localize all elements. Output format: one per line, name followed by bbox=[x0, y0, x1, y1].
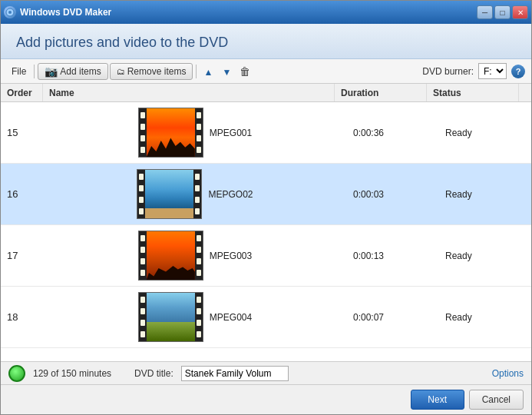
film-hole bbox=[195, 185, 200, 191]
film-hole bbox=[139, 185, 144, 191]
film-hole bbox=[195, 174, 200, 180]
row-status-4: Ready bbox=[439, 307, 531, 327]
maximize-button[interactable]: □ bbox=[494, 5, 511, 19]
film-hole bbox=[197, 331, 201, 337]
film-hole bbox=[197, 258, 201, 264]
row-name-3: MPEG003 bbox=[210, 251, 252, 261]
disc-icon bbox=[8, 365, 25, 382]
film-image-4 bbox=[147, 293, 195, 341]
main-window: Windows DVD Maker ─ □ ✕ Add pictures and… bbox=[0, 0, 532, 415]
film-holes-left-3 bbox=[139, 231, 147, 280]
film-hole bbox=[197, 320, 201, 326]
film-hole bbox=[139, 208, 144, 214]
dvd-burner-label: DVD burner: bbox=[422, 66, 474, 77]
row-thumbnail-cell-4: MPEG004 bbox=[43, 289, 347, 345]
row-order-3: 17 bbox=[1, 245, 43, 266]
toolbar-left: File 📷 Add items 🗂 Remove items 🗑 bbox=[7, 63, 253, 80]
table-body: 15 bbox=[1, 102, 531, 361]
toolbar: File 📷 Add items 🗂 Remove items 🗑 DVD b bbox=[1, 59, 531, 84]
film-hole bbox=[197, 270, 201, 276]
film-holes-right-2 bbox=[193, 170, 201, 218]
film-hole bbox=[140, 235, 145, 241]
film-hole bbox=[140, 331, 145, 337]
film-hole bbox=[140, 112, 145, 118]
film-hole bbox=[140, 247, 145, 253]
film-strip-2 bbox=[137, 169, 202, 219]
col-duration: Duration bbox=[335, 84, 427, 101]
help-button[interactable]: ? bbox=[511, 65, 525, 78]
header-area: Add pictures and video to the DVD bbox=[1, 24, 531, 59]
film-hole bbox=[139, 174, 144, 180]
film-strip-3 bbox=[138, 231, 203, 281]
film-hole bbox=[140, 258, 145, 264]
col-name: Name bbox=[43, 84, 335, 101]
svg-point-1 bbox=[8, 11, 12, 14]
close-button[interactable]: ✕ bbox=[512, 5, 528, 19]
film-hole bbox=[197, 112, 201, 118]
page-title: Add pictures and video to the DVD bbox=[16, 35, 516, 51]
file-menu-button[interactable]: File bbox=[7, 65, 31, 78]
col-order: Order bbox=[1, 84, 43, 101]
row-duration-1: 0:00:36 bbox=[347, 123, 439, 143]
dvd-burner-select[interactable]: F: bbox=[478, 63, 507, 79]
row-thumbnail-cell: MPEG001 bbox=[43, 105, 347, 161]
table-row[interactable]: 17 bbox=[1, 225, 531, 287]
arrow-up-icon bbox=[203, 65, 213, 78]
film-hole bbox=[140, 308, 145, 314]
row-thumbnail-cell-2: MEPGO02 bbox=[43, 166, 347, 222]
row-name-1: MPEG001 bbox=[210, 128, 252, 138]
toolbar-right: DVD burner: F: ? bbox=[422, 63, 525, 79]
row-name-4: MPEG004 bbox=[210, 312, 252, 323]
add-items-label: Add items bbox=[60, 66, 101, 77]
title-bar: Windows DVD Maker ─ □ ✕ bbox=[1, 1, 531, 24]
row-order-2: 16 bbox=[1, 184, 43, 204]
row-order-4: 18 bbox=[1, 307, 43, 327]
table-container: Order Name Duration Status 15 bbox=[1, 84, 531, 361]
arrow-down-icon bbox=[222, 65, 231, 78]
film-holes-right-4 bbox=[195, 293, 203, 341]
remove-icon: 🗂 bbox=[117, 67, 125, 76]
film-strip-4 bbox=[138, 292, 203, 342]
cancel-button[interactable]: Cancel bbox=[469, 390, 524, 410]
next-button[interactable]: Next bbox=[411, 390, 464, 410]
film-hole bbox=[197, 135, 201, 141]
dvd-title-label: DVD title: bbox=[134, 368, 173, 379]
row-name-2: MEPGO02 bbox=[208, 189, 253, 200]
film-image-1 bbox=[147, 108, 195, 157]
film-image-2 bbox=[145, 170, 193, 218]
minimize-button[interactable]: ─ bbox=[477, 5, 493, 19]
options-link[interactable]: Options bbox=[492, 368, 524, 379]
film-hole bbox=[197, 308, 201, 314]
table-row[interactable]: 16 bbox=[1, 164, 531, 225]
film-holes-right-1 bbox=[195, 108, 203, 157]
window-title: Windows DVD Maker bbox=[20, 7, 111, 18]
toolbar-separator-2 bbox=[196, 65, 197, 78]
minutes-used: 129 of 150 minutes bbox=[33, 368, 111, 379]
row-order: 15 bbox=[1, 122, 43, 143]
title-bar-left: Windows DVD Maker bbox=[4, 6, 111, 18]
table-header: Order Name Duration Status bbox=[1, 84, 531, 102]
dvd-title-input[interactable] bbox=[181, 366, 289, 381]
row-duration-3: 0:00:13 bbox=[347, 246, 439, 266]
table-row[interactable]: 15 bbox=[1, 102, 531, 164]
status-bar: 129 of 150 minutes DVD title: Options bbox=[1, 361, 531, 384]
add-items-button[interactable]: 📷 Add items bbox=[38, 63, 107, 80]
film-image-3 bbox=[147, 231, 195, 280]
film-hole bbox=[140, 270, 145, 276]
row-status-3: Ready bbox=[439, 246, 531, 266]
table-row[interactable]: 18 bbox=[1, 287, 531, 348]
remove-items-label: Remove items bbox=[127, 66, 187, 77]
film-hole bbox=[139, 197, 144, 203]
film-hole bbox=[140, 297, 145, 303]
film-hole bbox=[195, 208, 200, 214]
remove-items-button[interactable]: 🗂 Remove items bbox=[110, 63, 193, 80]
film-hole bbox=[197, 297, 201, 303]
move-down-button[interactable] bbox=[218, 63, 235, 80]
film-hole bbox=[197, 147, 201, 153]
remove-list-icon: 🗑 bbox=[240, 65, 250, 78]
app-icon bbox=[4, 6, 16, 18]
move-up-button[interactable] bbox=[200, 63, 216, 80]
col-status: Status bbox=[427, 84, 519, 101]
remove-list-button[interactable]: 🗑 bbox=[236, 63, 253, 80]
film-holes-right-3 bbox=[195, 231, 203, 280]
